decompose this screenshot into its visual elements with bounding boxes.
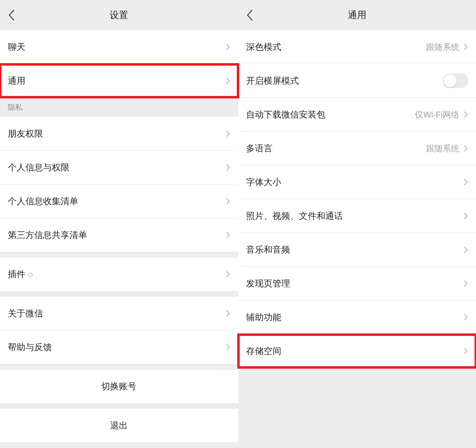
back-icon[interactable] (8, 9, 15, 21)
settings-item-general-label: 通用 (8, 75, 226, 87)
landscape-label: 开启横屏模式 (246, 75, 443, 87)
chevron-right-icon (226, 309, 230, 317)
settings-panel: 设置 聊天 通用 隐私 朋友权限 个人信息与权限 个人信息收集清单 第三方信息共… (0, 0, 238, 448)
chevron-right-icon (463, 212, 468, 220)
back-icon[interactable] (246, 9, 253, 21)
settings-title: 设置 (0, 9, 238, 22)
switch-account-button[interactable]: 切换账号 (0, 370, 238, 403)
settings-item-about-label: 关于微信 (8, 307, 226, 319)
general-item-multi-language[interactable]: 多语言 跟随系统 (238, 132, 476, 165)
settings-item-help-label: 帮助与反馈 (8, 341, 226, 353)
chevron-right-icon (463, 178, 468, 186)
media-files-label: 照片、视频、文件和通话 (246, 210, 464, 222)
dark-mode-value: 跟随系统 (426, 42, 459, 53)
settings-item-friends-permission[interactable]: 朋友权限 (0, 117, 238, 150)
chevron-right-icon (226, 197, 230, 205)
general-item-music-audio[interactable]: 音乐和音频 (238, 233, 476, 266)
settings-item-chat[interactable]: 聊天 (0, 30, 238, 64)
settings-item-general[interactable]: 通用 (0, 64, 238, 97)
chevron-right-icon (226, 43, 230, 51)
storage-label: 存储空间 (246, 345, 464, 357)
auto-download-value: 仅Wi-Fi网络 (415, 109, 459, 120)
general-item-media-files[interactable]: 照片、视频、文件和通话 (238, 199, 476, 233)
multi-language-label: 多语言 (246, 142, 427, 154)
general-item-storage[interactable]: 存储空间 (238, 334, 476, 368)
chevron-right-icon (463, 280, 468, 287)
chevron-right-icon (463, 347, 468, 355)
settings-item-about[interactable]: 关于微信 (0, 297, 238, 330)
dark-mode-label: 深色模式 (246, 41, 427, 53)
general-panel: 通用 深色模式 跟随系统 开启横屏模式 自动下载微信安装包 仅Wi-Fi网络 多… (238, 0, 476, 448)
music-audio-label: 音乐和音频 (246, 244, 464, 256)
chevron-right-icon (226, 77, 230, 85)
settings-item-personal-label: 个人信息与权限 (8, 162, 226, 173)
settings-item-plugins[interactable]: 插件⊙ (0, 258, 238, 291)
discover-label: 发现页管理 (246, 278, 464, 289)
chevron-right-icon (463, 144, 468, 152)
settings-item-personal-info-collection[interactable]: 个人信息收集清单 (0, 185, 238, 218)
general-item-auto-download[interactable]: 自动下载微信安装包 仅Wi-Fi网络 (238, 98, 476, 131)
chevron-right-icon (226, 231, 230, 239)
switch-account-label: 切换账号 (101, 380, 136, 392)
general-title: 通用 (238, 9, 476, 22)
general-item-dark-mode[interactable]: 深色模式 跟随系统 (238, 30, 476, 64)
settings-item-third-party[interactable]: 第三方信息共享清单 (0, 218, 238, 252)
chevron-right-icon (463, 43, 468, 51)
chevron-right-icon (226, 130, 230, 138)
settings-header: 设置 (0, 0, 238, 30)
general-item-font-size[interactable]: 字体大小 (238, 165, 476, 199)
chevron-right-icon (226, 270, 230, 278)
chevron-right-icon (463, 313, 468, 321)
chevron-right-icon (463, 111, 468, 118)
chevron-right-icon (463, 246, 468, 254)
settings-item-plugins-label: 插件⊙ (8, 268, 226, 280)
accessibility-label: 辅助功能 (246, 311, 464, 323)
landscape-toggle[interactable] (443, 73, 468, 88)
chevron-right-icon (226, 343, 230, 351)
multi-language-value: 跟随系统 (426, 143, 459, 154)
settings-item-chat-label: 聊天 (8, 41, 226, 53)
logout-label: 退出 (110, 420, 128, 431)
settings-item-collection-label: 个人信息收集清单 (8, 195, 226, 207)
auto-download-label: 自动下载微信安装包 (246, 109, 415, 120)
general-header: 通用 (238, 0, 476, 30)
settings-item-personal-info[interactable]: 个人信息与权限 (0, 151, 238, 184)
logout-button[interactable]: 退出 (0, 409, 238, 442)
font-size-label: 字体大小 (246, 176, 464, 188)
bulb-icon: ⊙ (27, 271, 33, 279)
general-item-accessibility[interactable]: 辅助功能 (238, 301, 476, 334)
settings-item-help[interactable]: 帮助与反馈 (0, 330, 238, 364)
privacy-section-header: 隐私 (0, 97, 238, 117)
general-item-landscape[interactable]: 开启横屏模式 (238, 64, 476, 97)
general-item-discover[interactable]: 发现页管理 (238, 267, 476, 300)
settings-item-friends-label: 朋友权限 (8, 128, 226, 140)
chevron-right-icon (226, 164, 230, 171)
settings-item-third-party-label: 第三方信息共享清单 (8, 229, 226, 241)
